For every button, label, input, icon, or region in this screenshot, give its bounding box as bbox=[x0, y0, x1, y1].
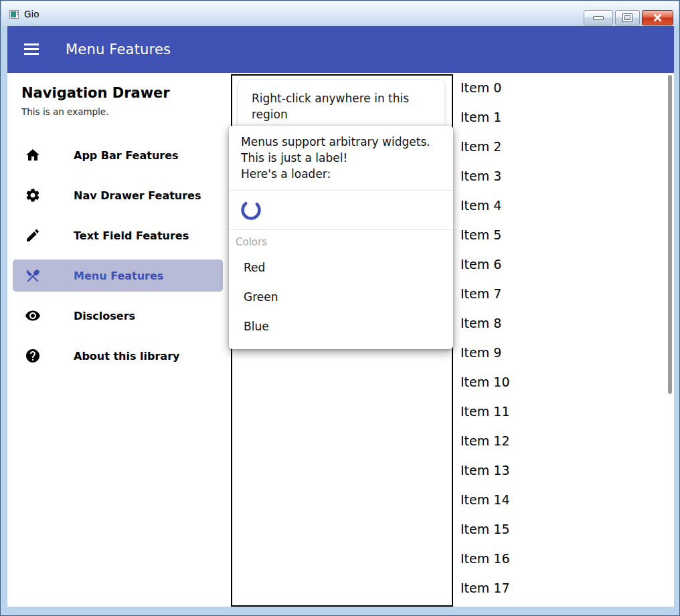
list-item[interactable]: Item 5 bbox=[460, 220, 661, 249]
app-icon bbox=[9, 9, 20, 20]
list-item[interactable]: Item 8 bbox=[460, 308, 661, 338]
menu-loader-row bbox=[229, 191, 453, 229]
menu-label-line: Menus support arbitrary widgets. bbox=[241, 134, 441, 150]
list-item[interactable]: Item 6 bbox=[460, 249, 661, 279]
content-area: Navigation Drawer This is an example. Ap… bbox=[7, 73, 674, 607]
pencil-icon bbox=[25, 227, 41, 243]
list-item[interactable]: Item 0 bbox=[460, 73, 661, 102]
list-item[interactable]: Item 1 bbox=[460, 102, 661, 132]
drawer-subtitle: This is an example. bbox=[21, 106, 108, 117]
close-icon bbox=[653, 13, 662, 22]
list-item[interactable]: Item 7 bbox=[460, 279, 661, 308]
sidebar-item-disclosers[interactable]: Disclosers bbox=[13, 300, 223, 332]
help-icon bbox=[25, 348, 41, 364]
sidebar-item-label: Text Field Features bbox=[74, 229, 189, 242]
app-bar: Menu Features bbox=[7, 26, 674, 73]
window-controls bbox=[584, 10, 673, 25]
list-item[interactable]: Item 14 bbox=[460, 485, 661, 514]
loader-spinner-icon bbox=[241, 200, 261, 220]
list-item[interactable]: Item 9 bbox=[460, 338, 661, 367]
sidebar-item-nav-drawer-features[interactable]: Nav Drawer Features bbox=[13, 179, 223, 211]
menu-section-label: Colors bbox=[229, 230, 453, 253]
sidebar-item-label: About this library bbox=[74, 350, 179, 363]
item-list: Item 0Item 1Item 2Item 3Item 4Item 5Item… bbox=[460, 73, 661, 603]
menu-label-line: This is just a label! bbox=[241, 150, 441, 166]
minimize-button[interactable] bbox=[584, 10, 613, 25]
list-item[interactable]: Item 13 bbox=[460, 455, 661, 485]
menu-label-line: Here's a loader: bbox=[241, 166, 441, 182]
list-item[interactable]: Item 2 bbox=[460, 132, 661, 161]
menu-item-red[interactable]: Red bbox=[229, 253, 453, 282]
list-item[interactable]: Item 3 bbox=[460, 161, 661, 191]
context-menu: Menus support arbitrary widgets. This is… bbox=[229, 126, 453, 349]
sidebar-item-label: Menu Features bbox=[74, 270, 163, 282]
sidebar-item-app-bar-features[interactable]: App Bar Features bbox=[13, 139, 223, 171]
list-item[interactable]: Item 4 bbox=[460, 191, 661, 220]
list-item[interactable]: Item 16 bbox=[460, 544, 661, 573]
right-click-hint-text: Right-click anywhere in this region bbox=[252, 92, 409, 121]
page-title: Menu Features bbox=[66, 26, 171, 73]
list-item[interactable]: Item 15 bbox=[460, 514, 661, 544]
list-item[interactable]: Item 10 bbox=[460, 367, 661, 397]
window-title: Gio bbox=[24, 9, 39, 19]
close-button[interactable] bbox=[642, 10, 673, 25]
maximize-button[interactable] bbox=[615, 10, 640, 25]
menu-item-blue[interactable]: Blue bbox=[229, 312, 453, 341]
menu-hamburger-button[interactable] bbox=[24, 42, 39, 57]
gear-icon bbox=[25, 187, 41, 203]
sidebar-item-label: Disclosers bbox=[74, 310, 135, 322]
list-item[interactable]: Item 17 bbox=[460, 573, 661, 603]
sidebar-item-label: Nav Drawer Features bbox=[74, 189, 201, 202]
sidebar-item-label: App Bar Features bbox=[74, 149, 179, 162]
sidebar-item-menu-features[interactable]: Menu Features bbox=[13, 260, 223, 292]
minimize-icon bbox=[594, 17, 603, 19]
window-titlebar[interactable]: Gio bbox=[1, 1, 679, 26]
list-scrollbar-thumb[interactable] bbox=[668, 75, 672, 394]
list-item[interactable]: Item 12 bbox=[460, 426, 661, 455]
sidebar-item-text-field-features[interactable]: Text Field Features bbox=[13, 219, 223, 251]
menu-item-green[interactable]: Green bbox=[229, 282, 453, 312]
home-icon bbox=[25, 147, 41, 163]
sidebar-item-about-this-library[interactable]: About this library bbox=[13, 340, 223, 372]
menu-bottom-padding bbox=[229, 341, 453, 349]
eye-icon bbox=[25, 308, 41, 324]
menu-label: Menus support arbitrary widgets. This is… bbox=[229, 126, 453, 190]
maximize-icon bbox=[623, 14, 632, 21]
restaurant-icon bbox=[25, 268, 41, 284]
drawer-title: Navigation Drawer bbox=[21, 85, 170, 101]
list-item[interactable]: Item 11 bbox=[460, 397, 661, 426]
app-window: Gio Menu Features Navigation Drawer This… bbox=[0, 0, 680, 616]
